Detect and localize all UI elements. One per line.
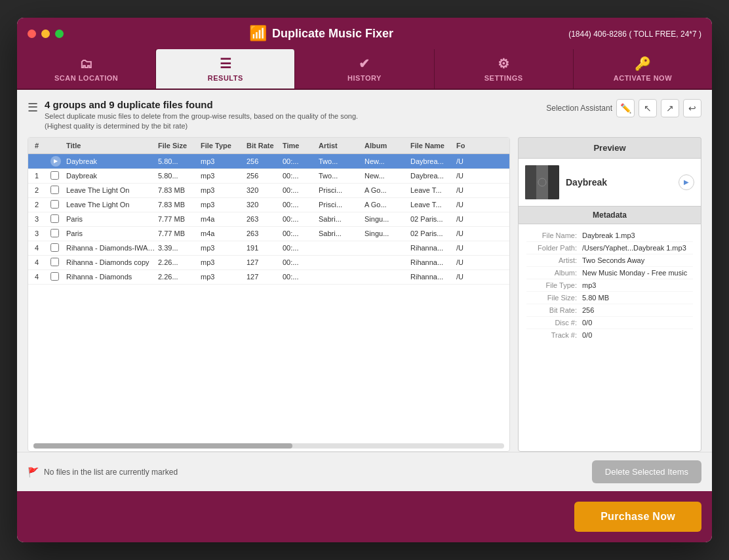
row-size: 2.26... [157, 273, 199, 281]
tab-results-label: RESULTS [208, 74, 243, 82]
table-row[interactable]: 2 Leave The Light On 7.83 MB mp3 320 00:… [28, 184, 509, 198]
meta-label-filetype: File Type: [526, 281, 582, 289]
row-check[interactable] [49, 186, 65, 195]
row-time: 00:... [281, 172, 317, 180]
row-filename: Leave T... [409, 186, 455, 194]
meta-value-album: New Music Monday - Free music [582, 269, 693, 277]
status-text: No files in the list are currently marke… [44, 468, 178, 477]
row-size: 7.77 MB [157, 215, 199, 223]
row-time: 00:... [281, 273, 317, 281]
table-header: # Title File Size File Type Bit Rate Tim… [28, 138, 509, 154]
row-filename: Rihanna... [409, 258, 455, 266]
row-play[interactable]: ▶ [49, 156, 65, 167]
row-time: 00:... [281, 215, 317, 223]
table-body[interactable]: ▶ Daybreak 5.80... mp3 256 00:... Two...… [28, 154, 509, 441]
row-num: 4 [33, 244, 49, 252]
row-time: 00:... [281, 244, 317, 252]
row-filename: Daybrea... [409, 172, 455, 180]
close-button[interactable] [28, 30, 36, 38]
row-folder: /U [455, 215, 475, 223]
row-check[interactable] [49, 229, 65, 239]
music-waveform-icon: 📶 [249, 25, 267, 42]
results-description: Select duplicate music files to delete f… [45, 111, 358, 132]
row-filename: 02 Paris... [409, 230, 455, 237]
cursor-button[interactable]: ↖ [639, 99, 657, 117]
meta-row-disc: Disc #: 0/0 [526, 317, 693, 329]
row-check[interactable] [49, 200, 65, 210]
meta-value-filetype: mp3 [582, 281, 693, 289]
tab-activate-label: ACTIVATE NOW [614, 74, 672, 82]
results-summary: 4 groups and 9 duplicate files found [45, 99, 358, 110]
col-time: Time [281, 140, 317, 151]
row-check[interactable] [49, 243, 65, 253]
meta-row-album: Album: New Music Monday - Free music [526, 267, 693, 279]
row-check[interactable] [49, 214, 65, 224]
main-content: ☰ 4 groups and 9 duplicate files found S… [17, 90, 712, 491]
selection-assistant: Selection Assistant ✏️ ↖ ↗ ↩ [546, 99, 701, 117]
col-size: File Size [157, 140, 199, 151]
meta-row-folder: Folder Path: /Users/Yaphet...Daybreak 1.… [526, 242, 693, 254]
meta-value-artist: Two Seconds Away [582, 256, 693, 264]
scroll-track[interactable] [33, 443, 504, 449]
row-filename: Rihanna... [409, 273, 455, 281]
row-num: 2 [33, 201, 49, 209]
table-row[interactable]: 4 Rihanna - Diamonds 2.26... mp3 127 00:… [28, 270, 509, 285]
tab-history[interactable]: ✔ HISTORY [295, 49, 434, 89]
footer: Purchase Now [17, 491, 712, 542]
tab-results[interactable]: ☰ RESULTS [156, 49, 295, 89]
tab-scan-location[interactable]: 🗂 SCAN LOCATION [17, 49, 156, 89]
row-folder: /U [455, 186, 475, 194]
row-time: 00:... [281, 157, 317, 165]
row-artist: Two... [317, 172, 363, 180]
results-icon: ☰ [220, 56, 232, 71]
table-row[interactable]: 3 Paris 7.77 MB m4a 263 00:... Sabri... … [28, 212, 509, 227]
table-row[interactable]: ▶ Daybreak 5.80... mp3 256 00:... Two...… [28, 154, 509, 169]
row-type: m4a [199, 230, 245, 237]
row-folder: /U [455, 172, 475, 180]
title-bar: 📶 Duplicate Music Fixer (1844) 406-8286 … [17, 18, 712, 49]
row-artist: Sabri... [317, 230, 363, 237]
row-check[interactable] [49, 258, 65, 268]
row-type: mp3 [199, 244, 245, 252]
col-album: Album [363, 140, 409, 151]
row-check[interactable] [49, 171, 65, 181]
minimize-button[interactable] [41, 30, 50, 38]
tab-settings[interactable]: ⚙ SETTINGS [435, 49, 574, 89]
row-check[interactable] [49, 272, 65, 282]
preview-panel: Preview Daybreak [518, 137, 701, 452]
purchase-now-button[interactable]: Purchase Now [574, 502, 701, 532]
row-bitrate: 127 [245, 258, 281, 266]
results-title-block: ☰ 4 groups and 9 duplicate files found S… [28, 99, 358, 132]
tab-history-label: HISTORY [347, 74, 382, 82]
delete-selected-button[interactable]: Delete Selected Items [592, 460, 701, 483]
table-row[interactable]: 3 Paris 7.77 MB m4a 263 00:... Sabri... … [28, 227, 509, 241]
maximize-button[interactable] [55, 30, 64, 38]
menu-icon[interactable]: ☰ [28, 100, 38, 115]
meta-value-filesize: 5.80 MB [582, 294, 693, 302]
row-type: mp3 [199, 258, 245, 266]
tab-activate-now[interactable]: 🔑 ACTIVATE NOW [574, 49, 712, 89]
phone-label: ( TOLL FREE, 24*7 ) [629, 30, 702, 39]
row-title: Paris [65, 215, 157, 223]
row-artist: Two... [317, 157, 363, 165]
preview-play-button[interactable]: ▶ [679, 174, 694, 190]
metadata-content: File Name: Daybreak 1.mp3 Folder Path: /… [518, 224, 701, 452]
edit-button[interactable]: ✏️ [616, 99, 635, 117]
row-num: 4 [33, 258, 49, 266]
row-album: Singu... [363, 230, 409, 237]
table-row[interactable]: 2 Leave The Light On 7.83 MB mp3 320 00:… [28, 198, 509, 212]
row-album: New... [363, 172, 409, 180]
file-list-panel: # Title File Size File Type Bit Rate Tim… [28, 137, 510, 452]
export-button[interactable]: ↗ [661, 99, 679, 117]
phone-number: (1844) 406-8286 [568, 30, 627, 39]
table-row[interactable]: 4 Rihanna - Diamonds-IWA2p... 3.39... mp… [28, 241, 509, 256]
row-filename: Rihanna... [409, 244, 455, 252]
row-size: 5.80... [157, 157, 199, 165]
table-row[interactable]: 1 Daybreak 5.80... mp3 256 00:... Two...… [28, 169, 509, 184]
undo-button[interactable]: ↩ [683, 99, 701, 117]
row-title: Daybreak [65, 157, 157, 165]
tab-settings-label: SETTINGS [484, 74, 523, 82]
row-filename: 02 Paris... [409, 215, 455, 223]
row-title: Rihanna - Diamonds [65, 273, 157, 281]
table-row[interactable]: 4 Rihanna - Diamonds copy 2.26... mp3 12… [28, 256, 509, 270]
